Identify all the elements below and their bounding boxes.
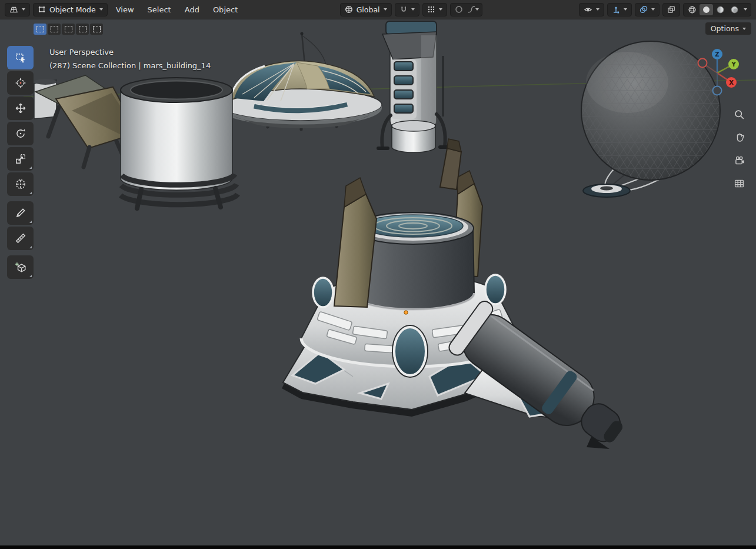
mode-label: Object Mode xyxy=(49,5,96,14)
orientation-label: Global xyxy=(357,5,380,14)
shading-wireframe-button[interactable] xyxy=(685,4,699,15)
snap-target-dropdown[interactable] xyxy=(422,3,447,16)
chevron-down-icon xyxy=(475,8,479,11)
menu-select[interactable]: Select xyxy=(142,4,176,16)
object-mode-icon xyxy=(38,5,46,14)
navigation-gizmo[interactable]: Z Y X xyxy=(692,47,742,101)
camera-view-button[interactable] xyxy=(731,152,747,168)
select-mode-set[interactable] xyxy=(34,24,46,35)
move-tool[interactable] xyxy=(7,97,34,120)
chevron-down-icon xyxy=(411,8,415,11)
add-cube-tool[interactable] xyxy=(7,255,34,279)
ortho-grid-icon xyxy=(734,178,745,189)
measure-tool[interactable] xyxy=(7,227,34,250)
cursor-tool[interactable] xyxy=(7,71,34,95)
chevron-down-icon xyxy=(651,8,655,11)
pan-button[interactable] xyxy=(731,129,747,145)
select-intersect-icon xyxy=(93,26,101,32)
falloff-dropdown[interactable] xyxy=(467,4,480,15)
mode-dropdown[interactable]: Object Mode xyxy=(33,3,108,16)
options-dropdown[interactable]: Options xyxy=(705,22,751,35)
transform-orientation-dropdown[interactable]: Global xyxy=(340,3,392,16)
scale-icon xyxy=(15,153,26,165)
editor-type-selector[interactable] xyxy=(5,3,30,16)
xray-icon xyxy=(667,5,675,14)
cursor-icon xyxy=(15,77,26,89)
shading-material-icon xyxy=(716,5,725,14)
shading-solid-icon xyxy=(702,5,711,14)
annotate-pencil-icon xyxy=(15,207,26,219)
proportional-editing-toggle[interactable] xyxy=(452,4,466,15)
snap-toggle-group[interactable] xyxy=(395,3,419,16)
object-origin-dot xyxy=(404,311,408,314)
scale-tool[interactable] xyxy=(7,147,34,171)
falloff-curve-icon xyxy=(467,5,475,14)
select-extend-icon xyxy=(51,26,58,32)
shading-rendered-icon xyxy=(730,5,739,14)
shading-rendered-button[interactable] xyxy=(728,4,741,15)
select-mode-strip xyxy=(34,24,103,35)
zoom-icon xyxy=(734,109,745,120)
scene-render xyxy=(0,19,756,545)
select-mode-extend[interactable] xyxy=(48,24,61,35)
chevron-down-icon xyxy=(624,8,627,11)
perspective-label: User Perspective xyxy=(49,45,211,59)
proportional-editing-group xyxy=(450,3,482,16)
mars-building-main[interactable] xyxy=(282,139,637,460)
editor-type-3d-viewport-icon xyxy=(9,5,18,14)
left-window xyxy=(313,278,333,307)
cylinder-tank[interactable] xyxy=(121,78,238,208)
orientation-globe-icon xyxy=(345,5,353,14)
chevron-down-icon xyxy=(744,8,747,11)
shading-material-button[interactable] xyxy=(714,4,727,15)
select-box-tool[interactable] xyxy=(7,46,34,69)
chevron-down-icon xyxy=(22,8,25,11)
axis-neg-x-ball[interactable] xyxy=(698,59,707,68)
header-bar: Object Mode View Select Add Object Globa… xyxy=(0,0,756,19)
axis-x-label: X xyxy=(729,79,734,86)
viewport-overlay-text: User Perspective (287) Scene Collection … xyxy=(49,45,211,72)
move-icon xyxy=(15,102,26,114)
transform-tool[interactable] xyxy=(7,172,34,196)
select-mode-subtract[interactable] xyxy=(62,24,75,35)
visibility-dropdown[interactable] xyxy=(579,3,604,16)
select-mode-intersect[interactable] xyxy=(90,24,103,35)
snap-magnet-icon xyxy=(399,5,408,14)
select-set-icon xyxy=(36,26,44,32)
zoom-button[interactable] xyxy=(731,107,747,122)
rotate-tool[interactable] xyxy=(7,122,34,145)
scene-collection-label: (287) Scene Collection | mars_building_1… xyxy=(49,59,211,72)
snap-target-grid-icon xyxy=(427,5,435,14)
menu-view[interactable]: View xyxy=(111,4,139,16)
shading-wireframe-icon xyxy=(688,5,697,14)
menu-object[interactable]: Object xyxy=(208,4,243,16)
overlays-icon xyxy=(640,5,648,14)
xray-toggle[interactable] xyxy=(662,3,680,16)
select-mode-invert[interactable] xyxy=(76,24,89,35)
gizmos-icon xyxy=(612,5,620,14)
select-subtract-icon xyxy=(65,26,72,32)
dome-building[interactable] xyxy=(219,32,382,129)
gizmos-dropdown[interactable] xyxy=(607,3,632,16)
3d-viewport[interactable]: Options User Persp xyxy=(0,19,756,545)
rotate-icon xyxy=(15,128,26,139)
chevron-down-icon xyxy=(596,8,600,11)
menu-add[interactable]: Add xyxy=(179,4,205,16)
axis-neg-z-ball[interactable] xyxy=(713,86,722,95)
select-invert-icon xyxy=(79,26,86,32)
transform-icon xyxy=(15,178,26,190)
right-window xyxy=(485,275,505,304)
shading-solid-button[interactable] xyxy=(700,4,713,15)
toggle-orthographic-button[interactable] xyxy=(731,175,747,191)
center-window xyxy=(394,327,426,375)
axis-y-label: Y xyxy=(731,61,736,68)
overlays-dropdown[interactable] xyxy=(635,3,660,16)
proportional-editing-icon xyxy=(455,5,463,14)
pan-hand-icon xyxy=(734,132,745,143)
options-label: Options xyxy=(711,24,739,33)
visibility-eye-icon xyxy=(584,6,592,14)
select-box-icon xyxy=(15,52,26,64)
chevron-down-icon xyxy=(439,8,442,11)
measure-ruler-icon xyxy=(15,232,26,244)
annotate-tool[interactable] xyxy=(7,201,34,225)
